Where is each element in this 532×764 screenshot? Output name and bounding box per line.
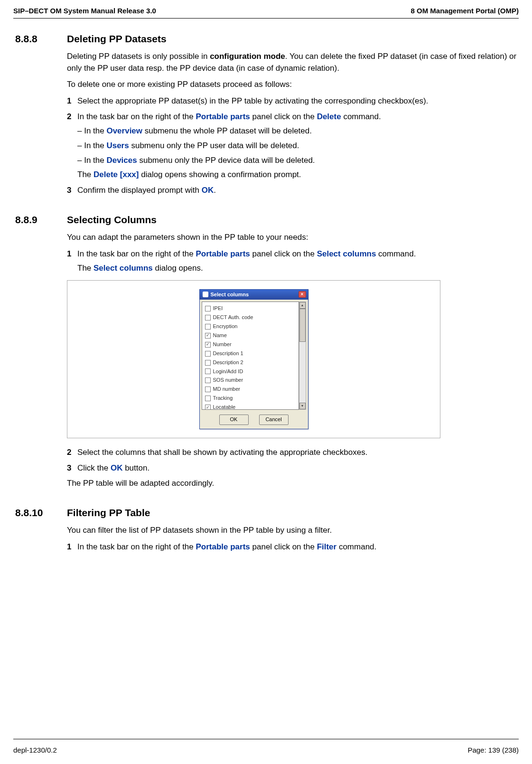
s889-step2: 2 Select the columns that shall be shown… bbox=[67, 447, 519, 459]
s889-step3: 3 Click the OK button. bbox=[67, 462, 519, 474]
checkbox-row[interactable]: SOS number bbox=[202, 376, 299, 385]
checkbox-icon[interactable] bbox=[205, 306, 211, 311]
s888-para2: To delete one or more existing PP datase… bbox=[67, 79, 519, 91]
checkbox-row[interactable]: ✓Number bbox=[202, 340, 299, 349]
checkbox-icon[interactable] bbox=[205, 324, 211, 330]
checkbox-icon[interactable]: ✓ bbox=[205, 333, 211, 339]
scroll-thumb[interactable] bbox=[299, 309, 306, 342]
checkbox-row[interactable]: Tracking bbox=[202, 394, 299, 403]
s888-para1: Deleting PP datasets is only possible in… bbox=[67, 51, 519, 74]
dialog-titlebar: Select columns × bbox=[200, 290, 308, 300]
checkbox-row[interactable]: Encryption bbox=[202, 322, 299, 331]
checkbox-icon[interactable] bbox=[205, 377, 211, 383]
checkbox-label: DECT Auth. code bbox=[213, 314, 253, 321]
scroll-up-icon[interactable]: ▲ bbox=[299, 302, 306, 309]
checkbox-label: SOS number bbox=[213, 377, 243, 384]
checkbox-icon[interactable] bbox=[205, 351, 211, 357]
checkbox-row[interactable]: ✓Name bbox=[202, 331, 299, 340]
section-888-title: Deleting PP Datasets bbox=[67, 32, 167, 46]
ok-button[interactable]: OK bbox=[219, 415, 249, 425]
page-header: SIP–DECT OM System Manual Release 3.0 8 … bbox=[13, 0, 519, 19]
checkbox-row[interactable]: Login/Add ID bbox=[202, 367, 299, 376]
checkbox-row[interactable]: Description 2 bbox=[202, 358, 299, 367]
s888-step2: 2 In the task bar on the right of the Po… bbox=[67, 111, 519, 181]
footer-right: Page: 139 (238) bbox=[467, 745, 519, 755]
page-footer: depl-1230/0.2 Page: 139 (238) bbox=[13, 745, 519, 755]
section-888-heading: 8.8.8 Deleting PP Datasets bbox=[15, 32, 519, 46]
footer-left: depl-1230/0.2 bbox=[13, 745, 57, 755]
section-8810-heading: 8.8.10 Filtering PP Table bbox=[15, 506, 519, 520]
checkbox-row[interactable]: MD number bbox=[202, 385, 299, 394]
section-8810-title: Filtering PP Table bbox=[67, 506, 150, 520]
checkbox-icon[interactable] bbox=[205, 368, 211, 374]
scroll-down-icon[interactable]: ▼ bbox=[299, 403, 306, 409]
s888-step3: 3 Confirm the displayed prompt with OK. bbox=[67, 185, 519, 197]
dialog-checkbox-list: IPEIDECT Auth. codeEncryption✓Name✓Numbe… bbox=[202, 302, 299, 410]
section-889-num: 8.8.9 bbox=[15, 213, 67, 227]
checkbox-row[interactable]: ✓Locatable bbox=[202, 403, 299, 410]
dialog-title-text: Select columns bbox=[211, 291, 249, 299]
checkbox-label: IPEI bbox=[213, 305, 223, 312]
checkbox-label: Encryption bbox=[213, 323, 238, 330]
checkbox-row[interactable]: Description 1 bbox=[202, 349, 299, 358]
checkbox-label: Number bbox=[213, 341, 232, 349]
section-889-title: Selecting Columns bbox=[67, 213, 157, 227]
s8810-para1: You can filter the list of PP datasets s… bbox=[67, 525, 519, 537]
s888-step1: 1 Select the appropriate PP dataset(s) i… bbox=[67, 95, 519, 107]
checkbox-icon[interactable] bbox=[205, 396, 211, 401]
checkbox-label: Tracking bbox=[213, 395, 233, 402]
checkbox-label: MD number bbox=[213, 386, 240, 393]
s889-step1: 1 In the task bar on the right of the Po… bbox=[67, 248, 519, 274]
checkbox-icon[interactable]: ✓ bbox=[205, 342, 211, 348]
checkbox-label: Description 1 bbox=[213, 350, 243, 358]
checkbox-label: Login/Add ID bbox=[213, 368, 243, 376]
checkbox-label: Name bbox=[213, 332, 227, 340]
header-right: 8 OM Management Portal (OMP) bbox=[411, 6, 519, 16]
select-columns-figure: Select columns × IPEIDECT Auth. codeEncr… bbox=[67, 280, 440, 438]
checkbox-icon[interactable]: ✓ bbox=[205, 405, 211, 410]
cancel-button[interactable]: Cancel bbox=[259, 415, 289, 425]
section-889-heading: 8.8.9 Selecting Columns bbox=[15, 213, 519, 227]
checkbox-icon[interactable] bbox=[205, 360, 211, 366]
close-icon[interactable]: × bbox=[299, 291, 306, 298]
section-888-num: 8.8.8 bbox=[15, 32, 67, 46]
window-icon bbox=[203, 292, 208, 297]
header-left: SIP–DECT OM System Manual Release 3.0 bbox=[13, 6, 156, 16]
checkbox-row[interactable]: IPEI bbox=[202, 304, 299, 313]
checkbox-row[interactable]: DECT Auth. code bbox=[202, 313, 299, 322]
checkbox-label: Locatable bbox=[213, 404, 236, 410]
footer-rule bbox=[13, 739, 519, 739]
s889-para2: The PP table will be adapted accordingly… bbox=[67, 478, 519, 490]
dialog-scrollbar[interactable]: ▲ ▼ bbox=[299, 302, 306, 410]
checkbox-label: Description 2 bbox=[213, 359, 243, 367]
checkbox-icon[interactable] bbox=[205, 315, 211, 321]
checkbox-icon[interactable] bbox=[205, 387, 211, 392]
s8810-step1: 1 In the task bar on the right of the Po… bbox=[67, 541, 519, 553]
section-8810-num: 8.8.10 bbox=[15, 506, 67, 520]
select-columns-dialog: Select columns × IPEIDECT Auth. codeEncr… bbox=[199, 289, 308, 430]
s889-para1: You can adapt the parameters shown in th… bbox=[67, 232, 519, 244]
